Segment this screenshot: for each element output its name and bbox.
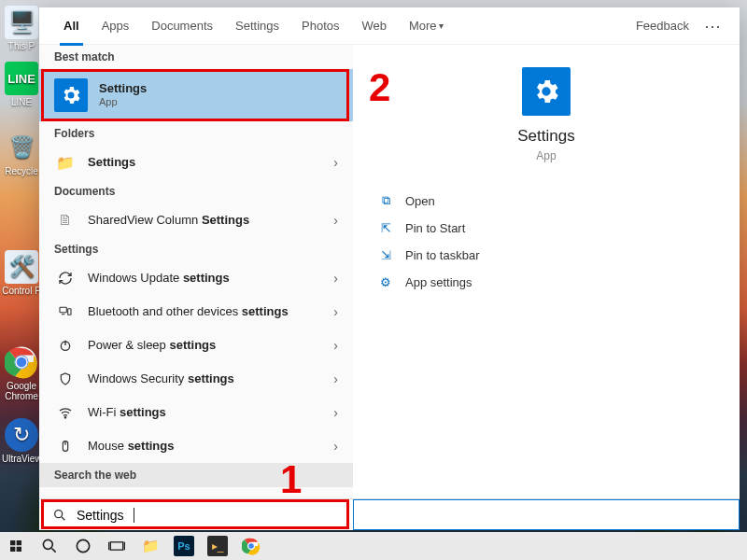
svg-point-14 [55,510,63,517]
web-result[interactable]: Settings - See web results › [39,487,353,498]
desktop-icon-ultraview[interactable]: ↻UltraView [2,418,41,464]
svg-point-18 [77,539,89,552]
wifi-icon [54,401,77,424]
search-tabs: All Apps Documents Settings Photos Web M… [39,7,740,45]
best-match-title: Settings [99,81,338,96]
section-folders: Folders [39,121,353,146]
section-documents: Documents [39,179,353,203]
details-title: Settings [374,127,719,146]
gear-icon [54,78,88,112]
gear-icon: ⚙ [377,275,394,289]
settings-result-3[interactable]: Windows Security settings› [39,362,353,396]
power-icon [54,334,77,357]
settings-result-5[interactable]: Mouse settings› [39,429,353,463]
details-pane: Settings App ⧉ Open ⇱ Pin to Start ⇲ Pin… [353,45,740,498]
desktop-icon-recycle-bin[interactable]: 🗑️Recycle [2,131,41,176]
tab-photos[interactable]: Photos [290,7,350,45]
pin-icon: ⇱ [377,221,394,235]
chevron-right-icon: › [333,497,338,498]
chevron-right-icon: › [333,304,338,319]
svg-point-16 [43,539,52,549]
desktop-icon-this-pc[interactable]: 🖥️This P [2,6,41,51]
action-open[interactable]: ⧉ Open [374,187,719,215]
svg-rect-19 [110,542,122,550]
devices-icon [54,301,77,323]
annotation-number-2: 2 [369,65,390,110]
chevron-down-icon: ▾ [439,21,444,31]
desktop-icon-chrome[interactable]: Google Chrome [2,345,41,401]
search-input[interactable]: Settings [39,499,353,530]
document-icon: 🗎 [54,209,77,231]
chevron-right-icon: › [333,405,338,420]
folder-icon: 📁 [54,151,77,174]
action-app-settings[interactable]: ⚙ App settings [374,269,719,296]
settings-result-2[interactable]: Power & sleep settings› [39,329,353,362]
search-icon [54,493,77,498]
taskbar: 📁 Ps ▸_ [0,532,747,560]
section-search-web: Search the web [39,463,353,487]
task-view-icon[interactable] [106,536,127,556]
search-icon [52,508,67,523]
best-match-sub: App [99,96,338,109]
settings-result-0[interactable]: Windows Update settings› [39,261,353,295]
details-kind: App [374,149,719,162]
tab-documents[interactable]: Documents [140,7,224,45]
results-list: Best match Settings App Folders 📁 Settin… [39,45,353,498]
chevron-right-icon: › [333,271,338,286]
desktop-icon-control-panel[interactable]: 🛠️Control P [2,250,41,296]
settings-result-1[interactable]: Bluetooth and other devices settings› [39,295,353,329]
taskbar-search-icon[interactable] [39,536,60,556]
open-icon: ⧉ [377,193,394,208]
search-row: Settings [39,498,740,530]
annotation-number-1: 1 [280,457,302,502]
tab-apps[interactable]: Apps [91,7,141,45]
chevron-right-icon: › [333,371,338,386]
shield-icon [54,368,77,390]
chevron-right-icon: › [333,213,338,228]
search-highlight-area [353,499,740,530]
tab-web[interactable]: Web [350,7,398,45]
feedback-link[interactable]: Feedback [625,7,700,45]
section-best-match: Best match [39,45,353,69]
svg-rect-4 [60,307,66,312]
terminal-icon[interactable]: ▸_ [207,536,228,556]
photoshop-icon[interactable]: Ps [174,536,194,556]
tab-more[interactable]: More ▾ [398,7,455,45]
best-match-settings[interactable]: Settings App [39,69,353,121]
chrome-icon[interactable] [241,536,261,556]
search-value: Settings [77,508,124,523]
chevron-right-icon: › [333,338,338,353]
action-pin-taskbar[interactable]: ⇲ Pin to taskbar [374,242,719,269]
chevron-right-icon: › [333,155,338,170]
more-options-button[interactable]: ⋯ [700,16,726,36]
cortana-icon[interactable] [73,536,93,556]
svg-line-17 [52,549,56,553]
desktop-icon-line[interactable]: LINELINE [2,62,41,107]
folder-result-settings[interactable]: 📁 Settings › [39,146,353,179]
settings-result-4[interactable]: Wi-Fi settings› [39,396,353,429]
action-pin-start[interactable]: ⇱ Pin to Start [374,215,719,242]
start-button[interactable] [6,536,26,556]
gear-icon [522,67,571,116]
svg-line-15 [62,517,64,520]
tab-settings[interactable]: Settings [224,7,290,45]
chevron-right-icon: › [333,439,338,454]
svg-point-9 [64,417,65,418]
tab-all[interactable]: All [52,7,91,45]
section-settings: Settings [39,237,353,261]
svg-rect-5 [68,309,71,315]
document-result[interactable]: 🗎 SharedView Column Settings › [39,203,353,237]
pin-icon: ⇲ [377,248,394,262]
text-caret [134,508,134,523]
sync-icon [54,267,77,289]
mouse-icon [54,435,77,457]
file-explorer-icon[interactable]: 📁 [140,536,161,556]
